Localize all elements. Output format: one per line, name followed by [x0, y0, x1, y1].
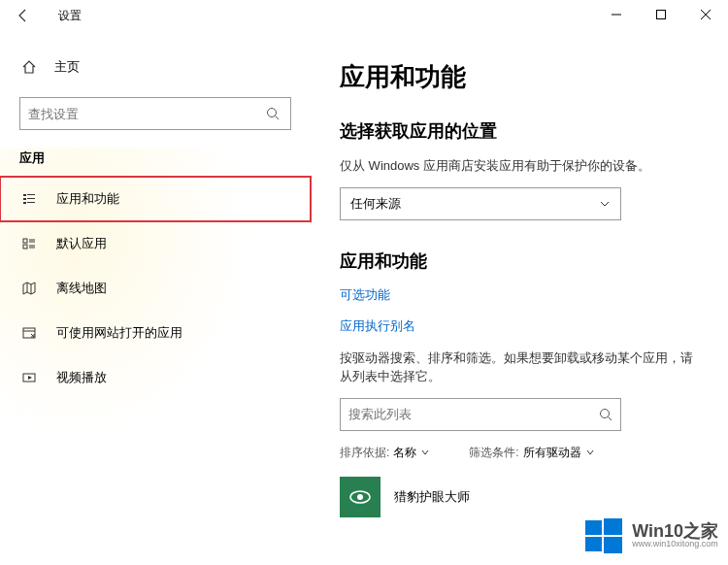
offline-maps-icon [19, 281, 39, 296]
source-dropdown-value: 任何来源 [350, 195, 401, 213]
sidebar-item-label: 离线地图 [56, 280, 107, 297]
sidebar-item-default-apps[interactable]: 默认应用 [0, 221, 311, 266]
watermark-url: www.win10xitong.com [632, 540, 718, 548]
app-list-item[interactable]: 猎豹护眼大师 [340, 477, 699, 517]
filter-dropdown[interactable]: 筛选条件: 所有驱动器 [469, 445, 594, 461]
svg-point-4 [268, 109, 277, 117]
svg-point-26 [357, 494, 363, 500]
watermark: Win10之家 www.win10xitong.com [583, 515, 718, 555]
source-dropdown[interactable]: 任何来源 [340, 187, 621, 220]
video-playback-icon [19, 370, 39, 385]
chevron-down-icon [420, 448, 430, 457]
filter-description: 按驱动器搜索、排序和筛选。如果想要卸载或移动某个应用，请从列表中选择它。 [340, 349, 699, 386]
svg-line-24 [609, 416, 612, 420]
source-heading: 选择获取应用的位置 [340, 119, 699, 143]
svg-rect-10 [23, 202, 26, 204]
optional-features-link[interactable]: 可选功能 [340, 286, 699, 304]
svg-rect-30 [604, 537, 622, 553]
back-button[interactable] [8, 0, 39, 31]
window-title: 设置 [58, 8, 82, 24]
chevron-down-icon [585, 448, 595, 457]
svg-rect-8 [23, 198, 26, 200]
source-description: 仅从 Windows 应用商店安装应用有助于保护你的设备。 [340, 156, 699, 176]
filter-label: 筛选条件: [469, 445, 518, 461]
apps-features-icon [19, 191, 39, 207]
home-icon [19, 59, 39, 75]
svg-rect-6 [23, 194, 26, 196]
sidebar-item-offline-maps[interactable]: 离线地图 [0, 266, 311, 311]
filter-value: 所有驱动器 [523, 445, 581, 461]
sidebar-item-label: 默认应用 [56, 235, 107, 252]
svg-line-5 [276, 116, 280, 120]
page-title: 应用和功能 [340, 60, 699, 94]
sidebar-section-label: 应用 [0, 130, 311, 177]
apps-heading: 应用和功能 [340, 249, 699, 273]
sidebar-search[interactable] [19, 97, 291, 130]
close-button[interactable] [683, 0, 728, 29]
maximize-button[interactable] [639, 0, 683, 29]
sort-dropdown[interactable]: 排序依据: 名称 [340, 445, 430, 461]
watermark-title: Win10之家 [632, 522, 718, 540]
svg-rect-29 [585, 537, 602, 551]
minimize-button[interactable] [594, 0, 639, 29]
app-list-search-input[interactable] [348, 407, 599, 421]
svg-rect-12 [23, 239, 27, 243]
app-icon [340, 477, 381, 517]
sidebar-search-input[interactable] [28, 107, 263, 121]
website-apps-icon [19, 325, 39, 341]
default-apps-icon [19, 236, 39, 251]
search-icon [263, 107, 282, 120]
sidebar-item-label: 应用和功能 [56, 190, 119, 208]
sort-value: 名称 [393, 445, 416, 461]
sidebar-item-apps-features[interactable]: 应用和功能 [0, 177, 311, 221]
sidebar-home[interactable]: 主页 [0, 50, 311, 83]
svg-rect-28 [604, 518, 622, 535]
svg-rect-9 [27, 198, 35, 199]
sidebar-item-video-playback[interactable]: 视频播放 [0, 355, 311, 400]
svg-point-23 [601, 409, 610, 417]
app-name: 猎豹护眼大师 [394, 488, 470, 506]
sidebar-item-label: 可使用网站打开的应用 [56, 324, 182, 342]
app-alias-link[interactable]: 应用执行别名 [340, 317, 699, 335]
svg-rect-15 [23, 245, 27, 249]
svg-rect-11 [27, 202, 35, 203]
sidebar-item-label: 视频播放 [56, 369, 107, 386]
svg-rect-1 [657, 11, 666, 19]
sidebar-item-website-apps[interactable]: 可使用网站打开的应用 [0, 311, 311, 355]
svg-rect-7 [27, 194, 35, 195]
chevron-down-icon [599, 198, 611, 210]
sort-label: 排序依据: [340, 445, 389, 461]
windows-logo-icon [583, 515, 624, 555]
sidebar-home-label: 主页 [54, 58, 80, 76]
svg-rect-27 [585, 520, 602, 535]
search-icon [599, 408, 612, 421]
app-list-search[interactable] [340, 398, 621, 431]
